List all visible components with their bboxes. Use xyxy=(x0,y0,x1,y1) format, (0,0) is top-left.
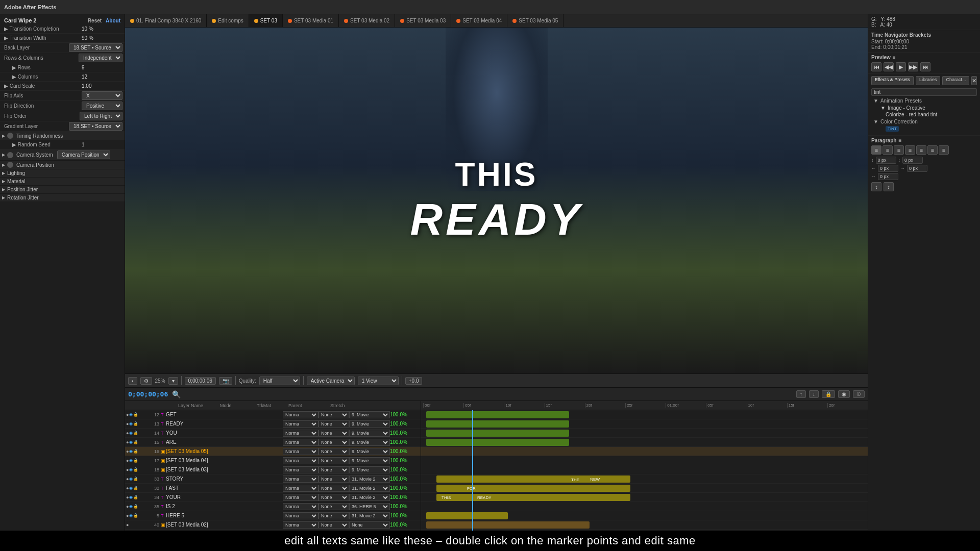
tab-edit-comps[interactable]: Edit comps xyxy=(207,14,249,27)
layer-33-parent[interactable]: 31. Movie 2 xyxy=(349,475,390,483)
layer-16-parent[interactable]: 9. Movie xyxy=(349,448,390,455)
layer-34-mode[interactable]: Norma xyxy=(283,494,318,501)
align-justify-left-btn[interactable]: ≡ xyxy=(905,145,915,155)
eye-icon-13[interactable]: ● xyxy=(126,421,129,427)
preview-resolution-btn[interactable]: +0.0 xyxy=(405,377,423,385)
effects-close-btn[interactable]: ✕ xyxy=(971,76,977,85)
solo-icon-17[interactable]: ◉ xyxy=(129,458,133,463)
prop-rows-value[interactable]: 9 xyxy=(82,65,122,70)
spacing-before-input[interactable] xyxy=(876,157,896,164)
prop-gradient-layer-dropdown[interactable]: 18.SET • Source xyxy=(69,122,122,131)
timeline-solo[interactable]: ◉ xyxy=(838,390,850,398)
layer-16-mode[interactable]: Norma xyxy=(283,448,318,455)
effects-tint[interactable]: TINT xyxy=(873,126,975,132)
para-icon-1[interactable]: ↕ xyxy=(871,182,881,191)
eye-icon-here5[interactable]: ● xyxy=(126,513,129,518)
layer-34-trkmat[interactable]: None xyxy=(318,494,349,501)
align-justify-right-btn[interactable]: ≡ xyxy=(927,145,938,155)
eye-icon-33[interactable]: ● xyxy=(126,477,129,482)
solo-icon-33[interactable]: ◉ xyxy=(129,477,133,481)
lock-icon-35[interactable]: 🔒 xyxy=(133,504,138,509)
clip-fast[interactable]: FOR xyxy=(436,485,630,492)
section-position-jitter[interactable]: ▶ Position Jitter xyxy=(0,186,125,194)
layer-15-parent[interactable]: 9. Movie xyxy=(349,439,390,446)
clip-you[interactable] xyxy=(426,430,569,437)
effects-search-input[interactable] xyxy=(871,88,977,96)
reset-button[interactable]: Reset xyxy=(88,18,102,23)
prop-card-scale-value[interactable]: 1.00 xyxy=(82,83,122,89)
layer-12-trkmat[interactable]: None xyxy=(318,411,349,418)
prop-random-seed-value[interactable]: 1 xyxy=(82,142,122,147)
layer-12-mode[interactable]: Norma xyxy=(283,411,318,418)
tab-set03-media04[interactable]: SET 03 Media 04 xyxy=(451,14,507,27)
solo-icon-18[interactable]: ◉ xyxy=(129,467,133,472)
tab-set03-media01[interactable]: SET 03 Media 01 xyxy=(283,14,339,27)
prop-flip-order-dropdown[interactable]: Left to Right xyxy=(80,112,122,120)
preview-view-select[interactable]: 1 View xyxy=(358,377,399,385)
indent-right-input[interactable] xyxy=(907,165,927,172)
tab-set03[interactable]: SET 03 xyxy=(249,14,283,27)
layer-40-mode[interactable]: Norma xyxy=(283,521,318,529)
layer-14-mode[interactable]: Norma xyxy=(283,430,318,437)
eye-icon-35[interactable]: ● xyxy=(126,504,129,509)
solo-icon-12[interactable]: ◉ xyxy=(129,412,133,417)
solo-icon-15[interactable]: ◉ xyxy=(129,440,133,444)
solo-icon-32[interactable]: ◉ xyxy=(129,486,133,490)
eye-icon-14[interactable]: ● xyxy=(126,431,129,436)
solo-icon-here5[interactable]: ◉ xyxy=(129,513,133,518)
layer-15-trkmat[interactable]: None xyxy=(318,439,349,446)
solo-icon-14[interactable]: ◉ xyxy=(129,431,133,435)
lock-icon-17[interactable]: 🔒 xyxy=(133,458,138,463)
layer-here5-parent[interactable]: 31. Movie 2 xyxy=(349,512,390,519)
eye-icon-34[interactable]: ● xyxy=(126,495,129,500)
lock-icon-34[interactable]: 🔒 xyxy=(133,495,138,499)
tab-set03-media02[interactable]: SET 03 Media 02 xyxy=(339,14,395,27)
preview-render-btn[interactable]: ▪ xyxy=(128,377,137,385)
solo-icon-16[interactable]: ◉ xyxy=(129,449,133,454)
lock-icon-15[interactable]: 🔒 xyxy=(133,440,138,444)
lock-icon-here5[interactable]: 🔒 xyxy=(133,513,138,518)
layer-32-mode[interactable]: Norma xyxy=(283,485,318,492)
section-lighting[interactable]: ▶ Lighting xyxy=(0,169,125,178)
lock-icon-13[interactable]: 🔒 xyxy=(133,421,138,426)
layer-14-parent[interactable]: 9. Movie xyxy=(349,430,390,437)
eye-icon-15[interactable]: ● xyxy=(126,440,129,445)
indent-left-input[interactable] xyxy=(878,165,898,172)
timeline-shy[interactable]: ☉ xyxy=(853,390,865,398)
preview-zoom-dropdown[interactable]: ▾ xyxy=(168,377,178,385)
layer-14-trkmat[interactable]: None xyxy=(318,430,349,437)
extra-input[interactable] xyxy=(878,173,898,180)
eye-icon-17[interactable]: ● xyxy=(126,458,129,463)
prop-flip-axis-dropdown[interactable]: X xyxy=(82,91,122,100)
play-end-btn[interactable]: ⏭ xyxy=(920,62,930,71)
timeline-search-btn[interactable]: 🔍 xyxy=(171,390,182,398)
lock-icon-14[interactable]: 🔒 xyxy=(133,431,138,435)
layer-40-parent[interactable]: None xyxy=(349,521,390,529)
prop-rows-columns-dropdown[interactable]: Independent xyxy=(79,54,122,62)
preview-camera-select[interactable]: Active Camera xyxy=(307,377,355,385)
lock-icon-32[interactable]: 🔒 xyxy=(133,486,138,490)
clip-your[interactable]: READY THIS xyxy=(436,494,630,501)
tab-libraries[interactable]: Libraries xyxy=(916,76,941,85)
eye-icon-12[interactable]: ● xyxy=(126,412,129,417)
align-center-btn[interactable]: ≡ xyxy=(883,145,893,155)
align-right-btn[interactable]: ≡ xyxy=(894,145,904,155)
camera-system-dropdown[interactable]: Camera Position xyxy=(57,151,110,159)
layer-15-mode[interactable]: Norma xyxy=(283,439,318,446)
solo-icon-34[interactable]: ◉ xyxy=(129,495,133,499)
tab-set03-media03[interactable]: SET 03 Media 03 xyxy=(395,14,451,27)
timeline-timecode[interactable]: 0;00;00;06 xyxy=(128,390,168,398)
solo-icon-13[interactable]: ◉ xyxy=(129,421,133,426)
eye-icon-16[interactable]: ● xyxy=(126,449,129,454)
timeline-tools[interactable]: ↑ xyxy=(796,390,806,398)
clip-get[interactable] xyxy=(426,411,569,418)
layer-here5-mode[interactable]: Norma xyxy=(283,512,318,519)
lock-icon-12[interactable]: 🔒 xyxy=(133,412,138,417)
effects-colorize[interactable]: Colorize - red hand tint xyxy=(873,111,975,118)
preview-settings-btn[interactable]: ⚙ xyxy=(140,377,152,385)
timeline-lock[interactable]: 🔒 xyxy=(822,390,835,398)
section-material[interactable]: ▶ Material xyxy=(0,178,125,186)
layer-32-trkmat[interactable]: None xyxy=(318,485,349,492)
align-justify-center-btn[interactable]: ≡ xyxy=(916,145,926,155)
preview-quality-select[interactable]: Half Full xyxy=(259,377,300,385)
